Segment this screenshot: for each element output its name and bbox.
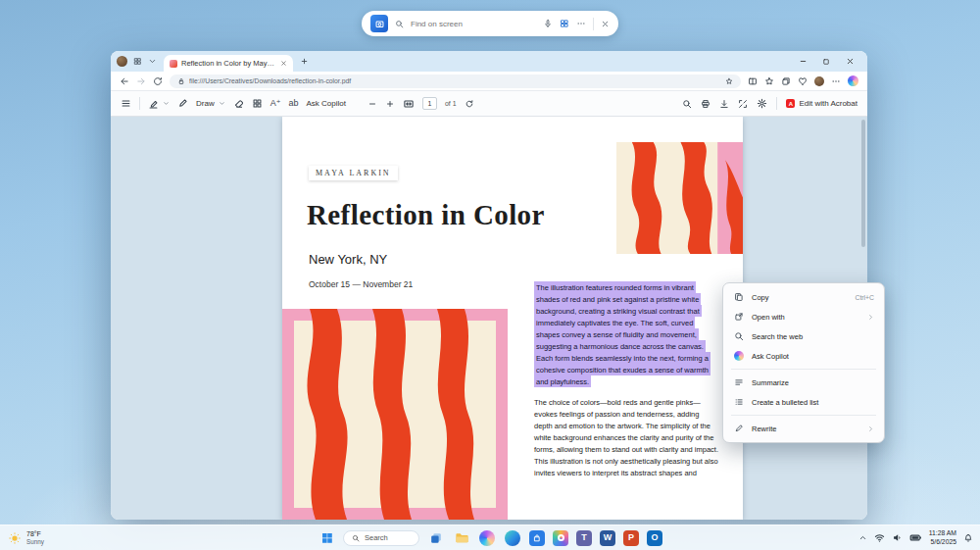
document-dates: October 15 — November 21: [309, 279, 413, 289]
rewrite-icon: [733, 424, 744, 433]
save-icon[interactable]: [719, 99, 729, 109]
draw-pen-icon[interactable]: [177, 98, 188, 109]
fullscreen-icon[interactable]: [738, 99, 748, 109]
split-screen-icon[interactable]: [748, 76, 758, 86]
snip-tool-icon[interactable]: [370, 15, 388, 32]
file-explorer-icon[interactable]: [453, 529, 470, 547]
battery-icon[interactable]: [909, 531, 922, 544]
refresh-icon[interactable]: [153, 76, 163, 86]
organize-pages-icon[interactable]: [252, 98, 263, 109]
word-icon[interactable]: W: [600, 530, 615, 546]
rotate-icon[interactable]: [465, 99, 474, 109]
wifi-icon[interactable]: [874, 532, 885, 543]
context-menu-item-bulleted-list[interactable]: Create a bulleted list: [723, 392, 884, 412]
eraser-icon[interactable]: [233, 98, 244, 109]
edit-with-acrobat-button[interactable]: A Edit with Acrobat: [786, 99, 858, 108]
favorites-icon[interactable]: [764, 76, 774, 86]
minimize-button[interactable]: [791, 52, 814, 71]
acrobat-icon: A: [786, 99, 795, 108]
settings-more-icon[interactable]: [831, 76, 841, 86]
tab-title: Reflection in Color by Maya Lark...: [181, 59, 276, 68]
find-in-document-icon[interactable]: [682, 99, 692, 109]
search-web-icon: [733, 331, 744, 341]
capture-options-icon[interactable]: [560, 19, 569, 28]
start-button[interactable]: [318, 529, 335, 547]
forward-icon[interactable]: [136, 76, 146, 86]
find-on-screen-input[interactable]: [411, 20, 536, 28]
menu-shortcut: Ctrl+C: [856, 294, 874, 301]
context-menu: Copy Ctrl+C Open with Search the web Ask…: [722, 282, 885, 443]
new-tab-button[interactable]: [300, 57, 309, 66]
divider: [776, 97, 777, 110]
photos-icon[interactable]: [553, 530, 568, 546]
read-aloud-icon[interactable]: ab: [288, 99, 298, 108]
context-menu-item-summarize[interactable]: Summarize: [723, 373, 884, 392]
ask-copilot-button[interactable]: Ask Copilot: [306, 99, 345, 108]
task-view-icon[interactable]: [427, 529, 445, 547]
draw-label[interactable]: Draw: [196, 99, 215, 108]
context-menu-item-rewrite[interactable]: Rewrite: [723, 419, 884, 438]
browser-tab[interactable]: Reflection in Color by Maya Lark...: [164, 55, 293, 72]
selected-text[interactable]: The illustration features rounded forms …: [534, 281, 710, 387]
copilot-app-icon[interactable]: [478, 529, 496, 547]
store-icon[interactable]: [529, 530, 545, 546]
more-icon[interactable]: [576, 19, 586, 28]
maximize-button[interactable]: [814, 52, 838, 71]
taskbar-search[interactable]: Search: [343, 530, 419, 546]
tab-strip: Reflection in Color by Maya Lark...: [111, 51, 867, 72]
profile-avatar[interactable]: [814, 76, 824, 86]
chevron-down-icon[interactable]: [163, 100, 170, 107]
context-menu-item-search-web[interactable]: Search the web: [723, 326, 884, 346]
taskbar-center: Search T W P O: [318, 525, 662, 550]
context-menu-item-open-with[interactable]: Open with: [723, 307, 884, 326]
outlook-icon[interactable]: O: [647, 530, 662, 546]
pdf-scrollbar[interactable]: [861, 120, 865, 247]
tab-close-icon[interactable]: [280, 60, 287, 67]
copilot-icon[interactable]: [848, 75, 858, 86]
word-letter: W: [604, 533, 612, 542]
tab-favicon: [170, 60, 177, 68]
workspaces-icon[interactable]: [133, 57, 142, 66]
add-text-icon[interactable]: A⁺: [270, 99, 281, 108]
print-icon[interactable]: [701, 99, 710, 109]
hidden-icons-chevron[interactable]: [858, 533, 867, 542]
context-menu-item-ask-copilot[interactable]: Ask Copilot: [723, 346, 884, 366]
toc-menu-icon[interactable]: [121, 98, 131, 109]
document-text-column: The illustration features rounded forms …: [534, 281, 718, 479]
taskbar: 78°F Sunny Search T W P O: [0, 525, 980, 550]
page-number-input[interactable]: [422, 97, 437, 110]
collections-icon[interactable]: [781, 76, 791, 86]
back-icon[interactable]: [120, 76, 129, 86]
mic-icon[interactable]: [543, 19, 553, 28]
clock-time: 11:28 AM: [929, 529, 956, 537]
edge-icon[interactable]: [504, 529, 521, 547]
zoom-in-icon[interactable]: [385, 99, 395, 109]
favorites-heart-icon[interactable]: [798, 76, 808, 86]
volume-icon[interactable]: [892, 532, 903, 543]
browser-profile-avatar[interactable]: [117, 56, 127, 67]
settings-gear-icon[interactable]: [757, 98, 767, 109]
bookmark-star-icon[interactable]: [725, 77, 733, 85]
powerpoint-icon[interactable]: P: [623, 530, 639, 546]
chevron-down-icon[interactable]: [219, 100, 225, 107]
teams-icon[interactable]: T: [576, 530, 592, 546]
menu-item-label: Rewrite: [752, 425, 859, 433]
notifications-bell-icon[interactable]: [963, 533, 973, 543]
zoom-out-icon[interactable]: [368, 99, 377, 109]
taskbar-clock[interactable]: 11:28 AM 5/6/2025: [929, 529, 956, 545]
highlighter-icon[interactable]: [148, 98, 159, 109]
menu-item-label: Open with: [752, 313, 859, 322]
powerpoint-letter: P: [628, 533, 634, 542]
close-icon[interactable]: [601, 20, 610, 28]
weather-widget[interactable]: 78°F Sunny: [8, 525, 44, 550]
edit-with-acrobat-label: Edit with Acrobat: [799, 99, 858, 108]
selected-paragraph[interactable]: The illustration features rounded forms …: [534, 281, 718, 387]
url-field[interactable]: file:///Users/Creatives/Downloads/reflec…: [170, 75, 741, 88]
close-window-button[interactable]: [838, 52, 861, 71]
fit-to-width-icon[interactable]: [403, 98, 415, 110]
context-menu-item-copy[interactable]: Copy Ctrl+C: [723, 287, 884, 307]
tab-actions-icon[interactable]: [148, 57, 157, 66]
clock-date: 5/6/2025: [931, 538, 956, 546]
url-text: file:///Users/Creatives/Downloads/reflec…: [189, 77, 721, 84]
menu-item-label: Create a bulleted list: [752, 398, 874, 407]
